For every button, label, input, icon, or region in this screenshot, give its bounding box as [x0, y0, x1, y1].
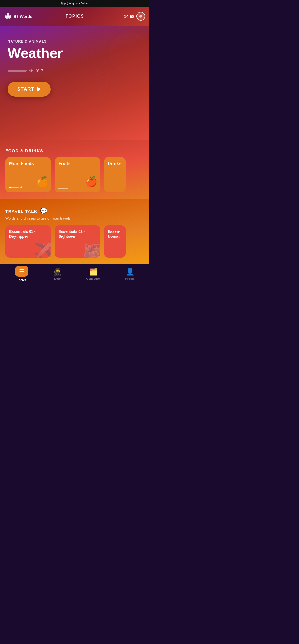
fruits-progress — [58, 188, 68, 189]
nav-item-collection[interactable]: 🗂️ Collection — [82, 265, 105, 282]
status-bar-text: 知乎 @RightousArdour — [61, 2, 89, 5]
more-foods-card[interactable]: More Foods 🍊 👁 — [5, 157, 51, 192]
travel-decoration-1: ✈️ — [33, 241, 51, 258]
time-display: 14:58 — [124, 14, 134, 19]
drinks-title: Drinks — [108, 161, 122, 166]
travel-subtitle: Words and phrases to use on your travels — [5, 216, 144, 220]
more-foods-progress — [9, 187, 19, 188]
essentials-03-title: Essen- Noma... — [108, 229, 122, 239]
travel-decoration-2: 🗺️ — [83, 241, 100, 258]
record-inner — [139, 15, 142, 18]
fruits-icon: 🍎 — [85, 176, 98, 188]
start-label: START — [17, 86, 34, 92]
svg-rect-5 — [129, 73, 131, 89]
essentials-02-card[interactable]: Essentials 02 - Sightseer 🗺️ — [55, 225, 100, 258]
header-title: TOPICS — [66, 14, 84, 19]
header: 67 Words TOPICS 14:58 — [0, 7, 150, 26]
svg-line-6 — [95, 69, 98, 79]
topics-label: Topics — [17, 278, 27, 282]
nav-item-profile[interactable]: 👤 Profile — [121, 265, 139, 282]
eye-icon: 👁 — [29, 69, 33, 73]
status-bar: 知乎 @RightousArdour — [0, 0, 150, 7]
profile-label: Profile — [125, 277, 134, 280]
collection-label: Collection — [86, 277, 101, 280]
speech-bubbles-icon: 💬 — [40, 208, 47, 215]
essentials-02-title: Essentials 02 - Sightseer — [58, 229, 85, 239]
nav-item-dojo[interactable]: 🥷 Dojo — [49, 265, 66, 282]
svg-point-3 — [8, 16, 9, 17]
more-foods-title: More Foods — [9, 161, 47, 166]
more-foods-eye: 👁 — [20, 186, 23, 189]
travel-talk-section: TRAVEL TALK 💬 Words and phrases to use o… — [0, 199, 150, 264]
hero-decoration — [82, 28, 150, 104]
fruits-bottom — [58, 188, 96, 189]
topics-icon-bg: ☰ — [15, 266, 28, 277]
essentials-01-card[interactable]: Essentials 01 - Daytripper ✈️ — [5, 225, 51, 258]
dojo-label: Dojo — [54, 277, 61, 280]
essentials-01-title: Essentials 01 - Daytripper — [9, 229, 35, 239]
travel-cards: Essentials 01 - Daytripper ✈️ Essentials… — [5, 225, 144, 258]
hero-progress-text: 0/17 — [36, 69, 43, 73]
start-button[interactable]: START — [8, 82, 51, 97]
bottom-nav: ☰ Topics 🥷 Dojo 🗂️ Collection 👤 Profile — [0, 264, 150, 283]
app-logo[interactable] — [4, 12, 12, 20]
dojo-icon: 🥷 — [53, 268, 62, 276]
hero-section: NATURE & ANIMALS Weather 👁 0/17 START — [0, 26, 150, 140]
essentials-03-card[interactable]: Essen- Noma... — [104, 225, 126, 258]
svg-point-4 — [109, 33, 150, 73]
drinks-card[interactable]: Drinks — [104, 157, 126, 192]
food-drinks-cards: More Foods 🍊 👁 Fruits 🍎 Drinks — [5, 157, 144, 192]
topics-icon: ☰ — [19, 268, 24, 274]
hero-progress-bar — [8, 70, 27, 72]
travel-heading-row: TRAVEL TALK 💬 — [5, 208, 144, 215]
fruits-card[interactable]: Fruits 🍎 — [55, 157, 100, 192]
svg-line-9 — [101, 85, 103, 95]
words-count: 67 Words — [14, 14, 32, 19]
header-left: 67 Words — [4, 12, 32, 20]
header-right: 14:58 — [124, 12, 145, 21]
fruits-title: Fruits — [58, 161, 96, 166]
profile-icon: 👤 — [126, 268, 134, 276]
food-drinks-heading: FOOD & DRINKS — [5, 148, 144, 153]
nav-item-topics[interactable]: ☰ Topics — [11, 264, 33, 284]
record-button[interactable] — [136, 12, 145, 21]
foods-icon: 🍊 — [36, 176, 48, 188]
svg-line-8 — [144, 72, 147, 81]
travel-heading: TRAVEL TALK — [5, 209, 37, 214]
collection-icon: 🗂️ — [89, 268, 98, 276]
play-icon — [37, 87, 41, 91]
more-foods-fill — [9, 187, 11, 188]
svg-line-7 — [106, 75, 109, 84]
food-drinks-section: FOOD & DRINKS More Foods 🍊 👁 Fruits 🍎 — [0, 140, 150, 199]
